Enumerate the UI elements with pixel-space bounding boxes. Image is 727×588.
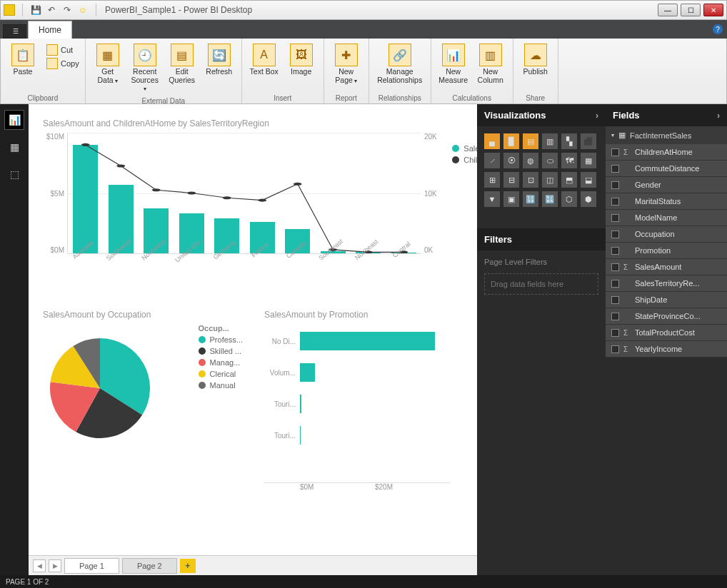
- viz-type-icon[interactable]: ⬭: [542, 153, 558, 168]
- page-indicator: PAGE 1 OF 2: [6, 578, 49, 586]
- viz-type-icon[interactable]: 🗺: [561, 153, 577, 168]
- image-button[interactable]: 🖼Image: [285, 41, 318, 79]
- field-item[interactable]: ΣYearlyIncome: [606, 341, 727, 358]
- field-item[interactable]: CommuteDistance: [606, 161, 727, 177]
- viz-type-icon[interactable]: ▣: [503, 191, 519, 207]
- status-bar: PAGE 1 OF 2: [0, 575, 727, 588]
- pie-chart-title: SalesAmount by Occupation: [43, 310, 243, 320]
- combo-chart[interactable]: $10M$5M$0M 20K10K0K AustraliaSouthwestNo…: [43, 133, 443, 275]
- field-item[interactable]: ModelName: [606, 210, 727, 226]
- maximize-button[interactable]: ☐: [681, 4, 701, 16]
- add-page-button[interactable]: +: [180, 559, 196, 573]
- viz-type-icon[interactable]: 🔢: [523, 191, 538, 207]
- checkbox-icon[interactable]: [611, 263, 619, 271]
- page-prev-button[interactable]: ◀: [33, 559, 46, 572]
- field-item[interactable]: Occupation: [606, 226, 727, 243]
- field-item[interactable]: MaritalStatus: [606, 193, 727, 210]
- viz-type-icon[interactable]: ⊟: [503, 172, 519, 188]
- viz-type-icon[interactable]: ▦: [581, 153, 596, 168]
- viz-type-icon[interactable]: ⊡: [523, 172, 538, 188]
- recent-icon: 🕘: [134, 44, 156, 66]
- undo-icon[interactable]: ↶: [46, 4, 57, 16]
- viz-type-icon[interactable]: ▄: [484, 133, 500, 149]
- hbar-chart[interactable]: SalesAmount by Promotion No Di...Volum..…: [264, 310, 450, 491]
- page-next-button[interactable]: ▶: [49, 559, 61, 572]
- viz-type-icon[interactable]: ⦿: [503, 153, 519, 168]
- cut-button[interactable]: Cut: [46, 44, 79, 56]
- visualization-picker[interactable]: ▄▉▤▥▚⬛⟋⦿◍⬭🗺▦⊞⊟⊡◫⬒⬓▼▣🔢🔣⬡⬢: [477, 126, 606, 214]
- titlebar: 💾 ↶ ↷ ☺ PowerBI_Sample1 - Power BI Deskt…: [0, 0, 727, 20]
- filters-drop-zone[interactable]: Drag data fields here: [484, 273, 598, 295]
- checkbox-icon[interactable]: [611, 181, 619, 189]
- smiley-icon[interactable]: ☺: [77, 4, 89, 16]
- field-item[interactable]: Promotion: [606, 243, 727, 259]
- viz-type-icon[interactable]: ⬒: [561, 172, 577, 188]
- paste-button[interactable]: 📋 Paste: [6, 41, 39, 79]
- file-menu-button[interactable]: [3, 24, 26, 39]
- field-item[interactable]: StateProvinceCo...: [606, 308, 727, 325]
- relationships-icon: 🔗: [388, 44, 411, 66]
- viz-type-icon[interactable]: 🔣: [542, 191, 558, 207]
- field-item[interactable]: ΣChildrenAtHome: [606, 144, 727, 161]
- manage-relationships-button[interactable]: 🔗Manage Relationships: [375, 41, 425, 87]
- checkbox-icon[interactable]: [611, 329, 619, 337]
- viz-type-icon[interactable]: ⬢: [581, 191, 596, 207]
- page-tab-1[interactable]: Page 1: [64, 558, 119, 574]
- edit-queries-button[interactable]: ▤Edit Queries: [166, 41, 199, 87]
- viz-type-icon[interactable]: ◍: [523, 153, 538, 168]
- checkbox-icon[interactable]: [611, 148, 619, 156]
- checkbox-icon[interactable]: [611, 313, 619, 320]
- get-data-button[interactable]: ▦Get Data: [91, 41, 124, 87]
- new-measure-button[interactable]: 📊New Measure: [437, 41, 470, 87]
- checkbox-icon[interactable]: [611, 214, 619, 222]
- new-column-button[interactable]: ▥New Column: [474, 41, 507, 87]
- table-node[interactable]: ▾ ▦ FactInternetSales: [606, 126, 727, 144]
- checkbox-icon[interactable]: [611, 280, 619, 288]
- data-view-button[interactable]: ▦: [4, 137, 24, 157]
- help-icon[interactable]: ?: [713, 24, 723, 34]
- page-tab-2[interactable]: Page 2: [122, 558, 177, 574]
- svg-point-6: [294, 183, 302, 186]
- checkbox-icon[interactable]: [611, 296, 619, 304]
- viz-type-icon[interactable]: ◫: [542, 172, 558, 188]
- fields-header[interactable]: Fields›: [606, 104, 727, 126]
- viz-type-icon[interactable]: ⟋: [484, 153, 500, 168]
- save-icon[interactable]: 💾: [30, 4, 41, 16]
- table-icon: ▦: [618, 131, 626, 140]
- field-item[interactable]: ΣSalesAmount: [606, 259, 727, 275]
- viz-type-icon[interactable]: ▥: [542, 133, 558, 149]
- new-page-button[interactable]: ✚New Page: [330, 41, 363, 87]
- tab-home[interactable]: Home: [28, 21, 72, 39]
- viz-type-icon[interactable]: ⬡: [561, 191, 577, 207]
- viz-type-icon[interactable]: ▤: [523, 133, 538, 149]
- viz-type-icon[interactable]: ▉: [503, 133, 519, 149]
- viz-type-icon[interactable]: ▼: [484, 191, 500, 207]
- refresh-button[interactable]: 🔄Refresh: [203, 41, 236, 79]
- recent-sources-button[interactable]: 🕘Recent Sources: [129, 41, 161, 96]
- copy-button[interactable]: Copy: [46, 57, 79, 70]
- close-button[interactable]: ✕: [703, 4, 723, 16]
- text-box-button[interactable]: AText Box: [248, 41, 281, 79]
- field-item[interactable]: Gender: [606, 177, 727, 193]
- checkbox-icon[interactable]: [611, 230, 619, 238]
- viz-type-icon[interactable]: ▚: [561, 133, 577, 149]
- viz-type-icon[interactable]: ⬓: [581, 172, 596, 188]
- checkbox-icon[interactable]: [611, 345, 619, 353]
- pie-chart[interactable]: SalesAmount by Occupation Occup...Profes…: [43, 310, 243, 491]
- checkbox-icon[interactable]: [611, 198, 619, 206]
- field-item[interactable]: ΣTotalProductCost: [606, 325, 727, 341]
- viz-type-icon[interactable]: ⬛: [581, 133, 596, 149]
- field-item[interactable]: ShipDate: [606, 292, 727, 308]
- redo-icon[interactable]: ↷: [61, 4, 73, 16]
- publish-button[interactable]: ☁Publish: [519, 41, 552, 79]
- model-view-button[interactable]: ⬚: [4, 164, 24, 184]
- field-item[interactable]: SalesTerritoryRe...: [606, 275, 727, 292]
- checkbox-icon[interactable]: [611, 247, 619, 255]
- visualizations-header[interactable]: Visualizations›: [477, 104, 606, 126]
- checkbox-icon[interactable]: [611, 165, 619, 173]
- minimize-button[interactable]: —: [658, 4, 678, 16]
- filters-header[interactable]: Filters: [477, 228, 606, 250]
- viz-type-icon[interactable]: ⊞: [484, 172, 500, 188]
- report-view-button[interactable]: 📊: [4, 110, 24, 130]
- report-canvas[interactable]: SalesAmount and ChildrenAtHome by SalesT…: [29, 104, 477, 555]
